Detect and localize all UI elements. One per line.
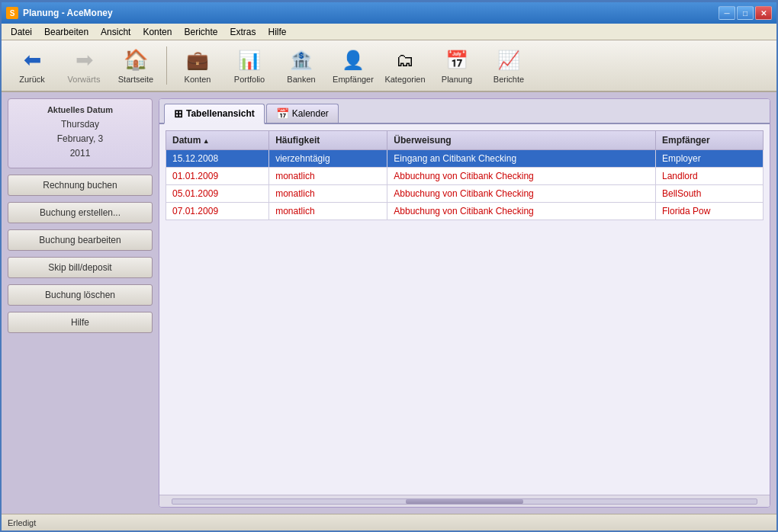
col-datum: Datum bbox=[166, 131, 269, 150]
menu-berichte[interactable]: Berichte bbox=[178, 25, 223, 39]
forward-button[interactable]: ➡ Vorwärts bbox=[59, 43, 108, 88]
menu-bearbeiten[interactable]: Bearbeiten bbox=[38, 25, 95, 39]
planning-label: Planung bbox=[442, 75, 472, 84]
minimize-button[interactable]: ─ bbox=[719, 6, 735, 20]
planning-button[interactable]: 📅 Planung bbox=[432, 43, 481, 88]
toolbar-separator-1 bbox=[166, 46, 167, 85]
main-window: S Planung - AceMoney ─ □ ✕ Datei Bearbei… bbox=[0, 0, 778, 532]
statusbar: Erledigt bbox=[2, 514, 776, 530]
close-button[interactable]: ✕ bbox=[755, 6, 772, 20]
main-area: Aktuelles Datum Thursday February, 3 201… bbox=[2, 92, 776, 514]
reports-label: Berichte bbox=[493, 75, 524, 84]
accounts-icon: 💼 bbox=[184, 47, 211, 72]
recipients-icon: 👤 bbox=[339, 47, 367, 72]
window-title: Planung - AceMoney bbox=[23, 8, 113, 18]
title-bar-buttons: ─ □ ✕ bbox=[719, 6, 772, 20]
portfolio-button[interactable]: 📊 Portfolio bbox=[225, 43, 274, 88]
scrollbar-track[interactable] bbox=[172, 498, 757, 505]
portfolio-icon: 📊 bbox=[236, 47, 263, 72]
accounts-button[interactable]: 💼 Konten bbox=[173, 43, 222, 88]
banks-button[interactable]: 🏦 Banken bbox=[277, 43, 326, 88]
date-month: February, 3 bbox=[14, 132, 146, 146]
accounts-label: Konten bbox=[185, 75, 211, 84]
col-empfaenger: Empfänger bbox=[655, 131, 763, 150]
table-row[interactable]: 05.01.2009monatlichAbbuchung von Citiban… bbox=[166, 185, 764, 203]
date-year: 2011 bbox=[14, 146, 146, 161]
forward-icon: ➡ bbox=[70, 47, 98, 72]
title-bar: S Planung - AceMoney ─ □ ✕ bbox=[2, 2, 776, 24]
skip-bill-button[interactable]: Skip bill/deposit bbox=[8, 257, 153, 278]
back-button[interactable]: ⬅ Zurück bbox=[8, 43, 56, 88]
table-row[interactable]: 15.12.2008vierzehntägigEingang an Citiba… bbox=[166, 150, 764, 168]
back-icon: ⬅ bbox=[18, 47, 46, 72]
categories-label: Kategorien bbox=[384, 75, 425, 84]
back-label: Zurück bbox=[19, 75, 45, 84]
menu-extras[interactable]: Extras bbox=[224, 25, 262, 39]
app-icon: S bbox=[6, 7, 18, 19]
categories-icon: 🗂 bbox=[391, 47, 419, 72]
portfolio-label: Portfolio bbox=[234, 75, 265, 84]
home-icon: 🏠 bbox=[122, 47, 149, 72]
menu-hilfe[interactable]: Hilfe bbox=[262, 25, 293, 39]
col-ueberweisung: Überweisung bbox=[387, 131, 656, 150]
maximize-button[interactable]: □ bbox=[737, 6, 754, 20]
forward-label: Vorwärts bbox=[68, 75, 101, 84]
recipients-label: Empfänger bbox=[333, 75, 374, 84]
sidebar: Aktuelles Datum Thursday February, 3 201… bbox=[8, 98, 153, 508]
date-day: Thursday bbox=[14, 117, 146, 132]
title-bar-left: S Planung - AceMoney bbox=[6, 7, 113, 19]
reports-icon: 📈 bbox=[495, 47, 522, 72]
horizontal-scrollbar[interactable] bbox=[159, 495, 770, 507]
menu-konten[interactable]: Konten bbox=[137, 25, 178, 39]
table-container[interactable]: Datum Häufigkeit Überweisung Empfänger 1… bbox=[159, 124, 770, 495]
scrollbar-thumb[interactable] bbox=[406, 499, 522, 504]
banks-icon: 🏦 bbox=[288, 47, 315, 72]
date-box: Aktuelles Datum Thursday February, 3 201… bbox=[8, 98, 153, 168]
tab-calendar-label: Kalender bbox=[292, 108, 329, 119]
tab-kalender[interactable]: 📅 Kalender bbox=[266, 104, 339, 123]
buchung-loeschen-button[interactable]: Buchung löschen bbox=[8, 284, 153, 306]
menu-ansicht[interactable]: Ansicht bbox=[95, 25, 137, 39]
tab-tabellenansicht[interactable]: ⊞ Tabellenansicht bbox=[164, 104, 265, 124]
rechnung-buchen-button[interactable]: Rechnung buchen bbox=[8, 175, 153, 196]
home-button[interactable]: 🏠 Startseite bbox=[111, 43, 160, 88]
banks-label: Banken bbox=[287, 75, 315, 84]
col-haeufigkeit: Häufigkeit bbox=[269, 131, 387, 150]
table-row[interactable]: 07.01.2009monatlichAbbuchung von Citiban… bbox=[166, 203, 764, 220]
home-label: Startseite bbox=[118, 75, 153, 84]
content-panel: ⊞ Tabellenansicht 📅 Kalender Datum Häufi… bbox=[159, 98, 770, 508]
tab-table-label: Tabellenansicht bbox=[186, 108, 255, 119]
recipients-button[interactable]: 👤 Empfänger bbox=[329, 43, 378, 88]
date-box-content: Thursday February, 3 2011 bbox=[14, 117, 146, 162]
categories-button[interactable]: 🗂 Kategorien bbox=[381, 43, 429, 88]
planning-table: Datum Häufigkeit Überweisung Empfänger 1… bbox=[166, 130, 764, 220]
menu-datei[interactable]: Datei bbox=[5, 25, 38, 39]
hilfe-button[interactable]: Hilfe bbox=[8, 312, 153, 333]
table-row[interactable]: 01.01.2009monatlichAbbuchung von Citiban… bbox=[166, 168, 764, 185]
calendar-tab-icon: 📅 bbox=[276, 107, 289, 120]
table-header-row: Datum Häufigkeit Überweisung Empfänger bbox=[166, 131, 764, 150]
date-box-title: Aktuelles Datum bbox=[14, 105, 146, 114]
tabs: ⊞ Tabellenansicht 📅 Kalender bbox=[159, 99, 770, 124]
table-tab-icon: ⊞ bbox=[174, 107, 183, 120]
reports-button[interactable]: 📈 Berichte bbox=[484, 43, 533, 88]
buchung-erstellen-button[interactable]: Buchung erstellen... bbox=[8, 202, 153, 223]
toolbar: ⬅ Zurück ➡ Vorwärts 🏠 Startseite 💼 Konte… bbox=[2, 40, 776, 92]
planning-icon: 📅 bbox=[443, 47, 471, 72]
buchung-bearbeiten-button[interactable]: Buchung bearbeiten bbox=[8, 229, 153, 251]
menubar: Datei Bearbeiten Ansicht Konten Berichte… bbox=[2, 24, 776, 40]
status-text: Erledigt bbox=[8, 518, 36, 527]
